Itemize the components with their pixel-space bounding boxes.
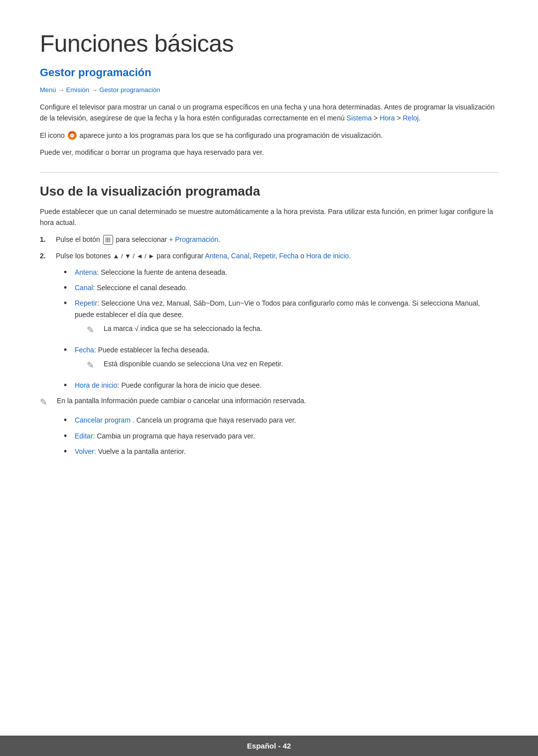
footer-bar: Español - 42 (0, 736, 538, 756)
link-bullet-hora-inicio[interactable]: Hora de inicio (75, 381, 118, 389)
bullet-repetir: • Repetir: Seleccione Una vez, Manual, S… (64, 298, 498, 340)
link-bullet-canal[interactable]: Canal (75, 284, 93, 292)
footer-text: Español - 42 (247, 742, 291, 750)
breadcrumb: Menú → Emisión → Gestor programación (40, 86, 498, 94)
bullet-list: • Antena: Seleccione la fuente de antena… (64, 267, 498, 392)
link-hora[interactable]: Hora (380, 114, 395, 122)
note-icon-repetir: ✎ (87, 323, 102, 337)
link-bullet-repetir[interactable]: Repetir (75, 299, 97, 307)
section2-intro: Puede establecer que un canal determinad… (40, 206, 498, 228)
note-icon-fecha: ✎ (87, 358, 102, 373)
note-fecha: ✎ Está disponible cuando se selecciona U… (87, 358, 283, 373)
section2-title: Uso de la visualización programada (40, 184, 498, 199)
note-info: ✎ En la pantalla Información puede cambi… (40, 395, 498, 410)
note-repetir: ✎ La marca √ indica que se ha selecciona… (87, 323, 498, 337)
link-volver[interactable]: Volver: (75, 447, 96, 455)
link-reloj[interactable]: Reloj (403, 114, 418, 122)
link-antena[interactable]: Antena (205, 252, 227, 260)
bullet-canal: • Canal: Seleccione el canal deseado. (64, 282, 498, 294)
arrow-icons: ▲ / ▼ / ◄ / ► (113, 252, 154, 260)
extra-bullet-list: • Cancelar program . Cancela un programa… (64, 415, 498, 457)
breadcrumb-gestor[interactable]: Gestor programación (99, 86, 160, 94)
breadcrumb-emission[interactable]: Emisión (66, 86, 89, 94)
remote-button-icon (103, 235, 113, 245)
link-repetir[interactable]: Repetir (253, 252, 275, 260)
section1-paragraph3: Puede ver, modificar o borrar un program… (40, 147, 498, 158)
step2: 2. Pulse los botones ▲ / ▼ / ◄ / ► para … (40, 250, 498, 262)
step1: 1. Pulse el botón para seleccionar + Pro… (40, 234, 498, 245)
link-fecha[interactable]: Fecha (279, 252, 298, 260)
link-hora-inicio[interactable]: Hora de inicio (306, 252, 349, 260)
bullet-hora-inicio: • Hora de inicio: Puede configurar la ho… (64, 380, 498, 391)
link-bullet-antena[interactable]: Antena (75, 268, 97, 276)
bullet-antena: • Antena: Seleccione la fuente de antena… (64, 267, 498, 278)
schedule-icon (68, 131, 77, 140)
link-cancelar[interactable]: Cancelar program . (75, 416, 134, 424)
link-programacion[interactable]: + Programación (169, 235, 218, 243)
link-sistema[interactable]: Sistema (347, 114, 372, 122)
page-title: Funciones básicas (40, 30, 498, 57)
link-bullet-fecha[interactable]: Fecha (75, 346, 94, 354)
link-canal[interactable]: Canal (231, 252, 250, 260)
bullet-volver: • Volver: Vuelve a la pantalla anterior. (64, 446, 498, 457)
note-icon-info: ✎ (40, 395, 55, 410)
section1-paragraph2: El icono aparece junto a los programas p… (40, 130, 498, 141)
breadcrumb-sep2: → (91, 86, 100, 94)
breadcrumb-menu[interactable]: Menú (40, 86, 56, 94)
bullet-cancelar: • Cancelar program . Cancela un programa… (64, 415, 498, 426)
section-divider (40, 172, 498, 173)
bullet-fecha: • Fecha: Puede establecer la fecha desea… (64, 344, 498, 376)
link-editar[interactable]: Editar: (75, 432, 95, 440)
section1-paragraph1: Configure el televisor para mostrar un c… (40, 102, 498, 124)
section1-title: Gestor programación (40, 66, 498, 79)
breadcrumb-sep1: → (58, 86, 66, 94)
bullet-editar: • Editar: Cambia un programa que haya re… (64, 431, 498, 442)
